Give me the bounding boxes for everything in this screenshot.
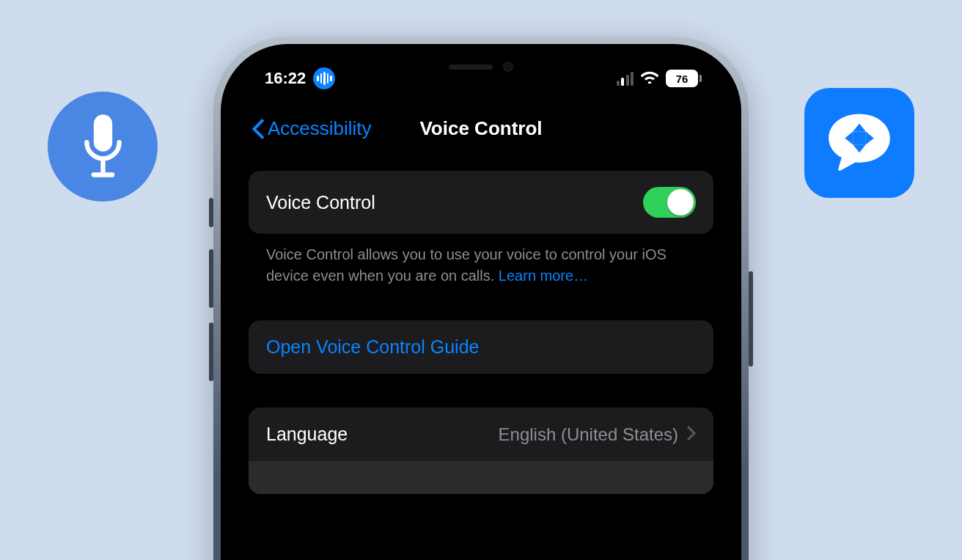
language-value: English (United States): [499, 424, 678, 445]
open-guide-label: Open Voice Control Guide: [266, 336, 479, 358]
open-guide-row[interactable]: Open Voice Control Guide: [249, 320, 713, 374]
svg-rect-2: [91, 172, 114, 177]
status-time: 16:22: [265, 69, 306, 88]
screen: 16:22 76: [230, 53, 732, 560]
chevron-right-icon: [687, 424, 696, 445]
language-row[interactable]: Language English (United States): [249, 408, 713, 461]
power-button: [749, 271, 753, 366]
language-label: Language: [266, 424, 348, 445]
svg-rect-0: [93, 114, 111, 152]
footer-description: Voice Control allows you to use your voi…: [249, 234, 713, 287]
next-row[interactable]: [249, 461, 713, 494]
iphone-device: 16:22 76: [213, 37, 749, 560]
navigation-bar: Accessibility Voice Control: [230, 104, 732, 155]
battery-indicator: 76: [666, 70, 702, 87]
learn-more-link[interactable]: Learn more…: [499, 268, 588, 284]
battery-level: 76: [676, 73, 689, 85]
cellular-signal-icon: [617, 72, 634, 86]
back-label: Accessibility: [268, 117, 372, 140]
voice-control-toggle-row[interactable]: Voice Control: [249, 171, 713, 234]
status-bar: 16:22 76: [230, 53, 732, 104]
volume-down-button: [209, 323, 213, 381]
wifi-icon: [641, 69, 658, 88]
back-button[interactable]: Accessibility: [251, 117, 372, 140]
voice-control-active-icon: [313, 67, 335, 89]
footer-text: Voice Control allows you to use your voi…: [266, 246, 667, 284]
microphone-badge: [48, 92, 158, 202]
voice-control-toggle-label: Voice Control: [266, 192, 375, 213]
svg-rect-1: [100, 158, 105, 172]
volume-up-button: [209, 249, 213, 308]
voice-control-app-badge: [804, 88, 914, 198]
chevron-left-icon: [251, 119, 265, 139]
page-title: Voice Control: [419, 117, 542, 140]
microphone-icon: [79, 112, 127, 182]
voice-control-switch[interactable]: [643, 187, 696, 218]
silence-switch: [209, 198, 213, 227]
speech-bubble-icon: [819, 103, 900, 183]
svg-rect-7: [853, 132, 866, 145]
language-group: Language English (United States): [249, 408, 713, 494]
